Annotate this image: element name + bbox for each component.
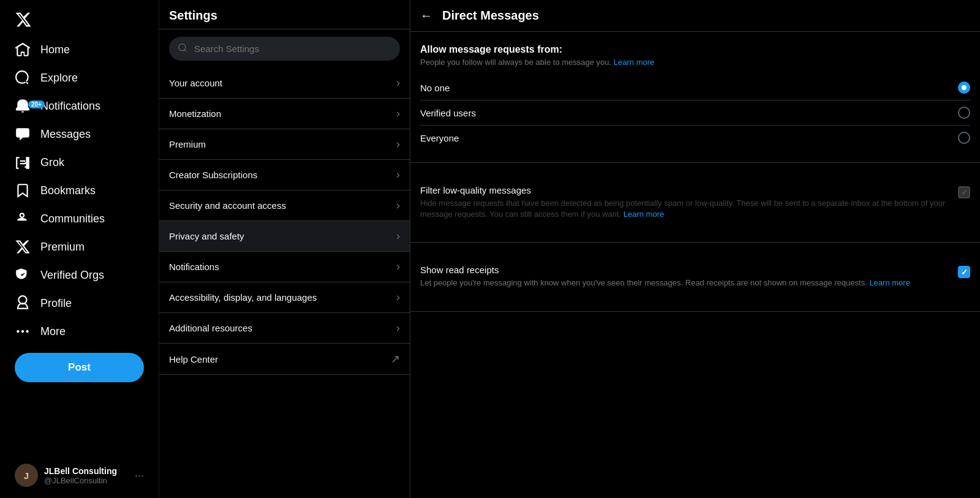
communities-icon [15,211,31,227]
external-link-icon: ↗ [391,352,400,366]
sidebar-item-notifications[interactable]: 20+ Notifications [7,92,151,120]
radio-option-no-one[interactable]: No one [420,75,970,100]
profile-icon [15,295,31,311]
sidebar-item-verified-orgs[interactable]: Verified Orgs [7,261,151,289]
more-icon [15,323,31,339]
chevron-right-icon: › [396,230,400,243]
settings-item-label: Accessibility, display, and languages [169,292,317,303]
messages-icon [15,126,31,142]
settings-item-label: Notifications [169,262,219,272]
settings-item-additional-resources[interactable]: Additional resources › [159,313,410,344]
settings-item-premium[interactable]: Premium › [159,129,410,160]
sidebar-item-bookmarks-label: Bookmarks [40,184,96,197]
premium-icon [15,239,31,255]
back-arrow-icon: ← [420,9,432,23]
settings-item-label: Privacy and safety [169,231,244,241]
chevron-right-icon: › [396,199,400,212]
settings-item-security[interactable]: Security and account access › [159,191,410,221]
user-handle: @JLBellConsultin [44,476,129,485]
sidebar-item-notifications-label: Notifications [40,100,100,113]
user-profile-section[interactable]: J JLBell Consulting @JLBellConsultin ··· [7,458,151,493]
settings-item-monetization[interactable]: Monetization › [159,99,410,129]
sidebar-item-home-label: Home [40,43,70,56]
read-receipts-checkbox[interactable] [958,266,970,278]
sidebar-item-messages-label: Messages [40,128,91,141]
settings-menu: Your account › Monetization › Premium › … [159,68,410,498]
post-button[interactable]: Post [15,353,144,382]
sidebar-item-bookmarks[interactable]: Bookmarks [7,176,151,205]
learn-more-link-1[interactable]: Learn more [614,58,654,67]
settings-item-label: Additional resources [169,323,252,333]
sidebar-item-more-label: More [40,325,66,338]
chevron-right-icon: › [396,291,400,304]
settings-title: Settings [159,0,410,29]
sidebar-item-communities[interactable]: Communities [7,205,151,233]
x-logo-icon [15,11,32,28]
read-receipts-toggle-text: Show read receipts Let people you're mes… [420,265,948,289]
settings-item-label: Security and account access [169,200,286,211]
bookmarks-icon [15,183,31,198]
radio-label-no-one: No one [420,83,450,93]
filter-toggle-option: Filter low-quality messages Hide message… [420,175,970,230]
settings-item-notifications[interactable]: Notifications › [159,252,410,282]
settings-item-label: Your account [169,78,222,88]
settings-item-label: Help Center [169,354,218,364]
sidebar-item-profile-label: Profile [40,297,72,310]
user-name: JLBell Consulting [44,466,129,476]
direct-messages-panel: ← Direct Messages Allow message requests… [410,0,980,498]
user-info: JLBell Consulting @JLBellConsultin [44,466,129,485]
radio-label-everyone: Everyone [420,133,459,143]
search-icon [178,43,187,55]
chevron-right-icon: › [396,322,400,334]
sidebar-item-premium[interactable]: Premium [7,233,151,261]
settings-item-label: Creator Subscriptions [169,170,257,180]
sidebar-item-verified-orgs-label: Verified Orgs [40,269,104,282]
radio-option-everyone[interactable]: Everyone [420,126,970,150]
chevron-right-icon: › [396,138,400,151]
search-input[interactable] [169,37,400,61]
back-button[interactable]: ← [420,9,432,23]
avatar: J [15,464,38,487]
radio-label-verified-users: Verified users [420,108,476,118]
allow-requests-subtitle: People you follow will always be able to… [420,58,970,67]
notifications-badge: 20+ [28,100,45,108]
chevron-right-icon: › [396,168,400,181]
sidebar-item-explore[interactable]: Explore [7,64,151,92]
read-receipts-desc: Let people you're messaging with know wh… [420,277,948,289]
learn-more-link-3[interactable]: Learn more [869,278,910,287]
settings-item-your-account[interactable]: Your account › [159,68,410,99]
allow-requests-title: Allow message requests from: [420,44,970,55]
read-receipts-title: Show read receipts [420,265,948,275]
sidebar-item-grok[interactable]: Grok [7,148,151,176]
chevron-right-icon: › [396,77,400,89]
radio-circle-everyone[interactable] [958,132,970,144]
chevron-right-icon: › [396,260,400,273]
sidebar-item-home[interactable]: Home [7,36,151,64]
sidebar-item-more[interactable]: More [7,317,151,345]
x-logo[interactable] [7,5,151,33]
learn-more-link-2[interactable]: Learn more [624,209,664,219]
settings-item-privacy-and-safety[interactable]: Privacy and safety › [159,221,410,252]
filter-checkbox[interactable] [958,186,970,198]
settings-item-creator-subscriptions[interactable]: Creator Subscriptions › [159,160,410,191]
radio-circle-no-one[interactable] [958,81,970,94]
allow-requests-section: Allow message requests from: People you … [410,32,980,163]
sidebar-item-profile[interactable]: Profile [7,289,151,317]
read-receipts-toggle-option: Show read receipts Let people you're mes… [420,255,970,298]
read-receipts-section: Show read receipts Let people you're mes… [410,243,980,311]
settings-item-label: Premium [169,139,206,149]
radio-option-verified-users[interactable]: Verified users [420,100,970,126]
sidebar-item-messages[interactable]: Messages [7,120,151,148]
sidebar-item-premium-label: Premium [40,241,85,254]
settings-panel: Settings Your account › Monetization › P… [159,0,410,498]
filter-section: Filter low-quality messages Hide message… [410,163,980,243]
dm-header: ← Direct Messages [410,0,980,32]
radio-circle-verified-users[interactable] [958,107,970,119]
sidebar: Home Explore 20+ Notifications Messages … [0,0,159,498]
home-icon [15,42,31,58]
grok-icon [15,154,31,170]
settings-item-accessibility[interactable]: Accessibility, display, and languages › [159,282,410,313]
settings-item-help-center[interactable]: Help Center ↗ [159,344,410,375]
sidebar-item-communities-label: Communities [40,213,105,225]
verified-orgs-icon [15,267,31,283]
